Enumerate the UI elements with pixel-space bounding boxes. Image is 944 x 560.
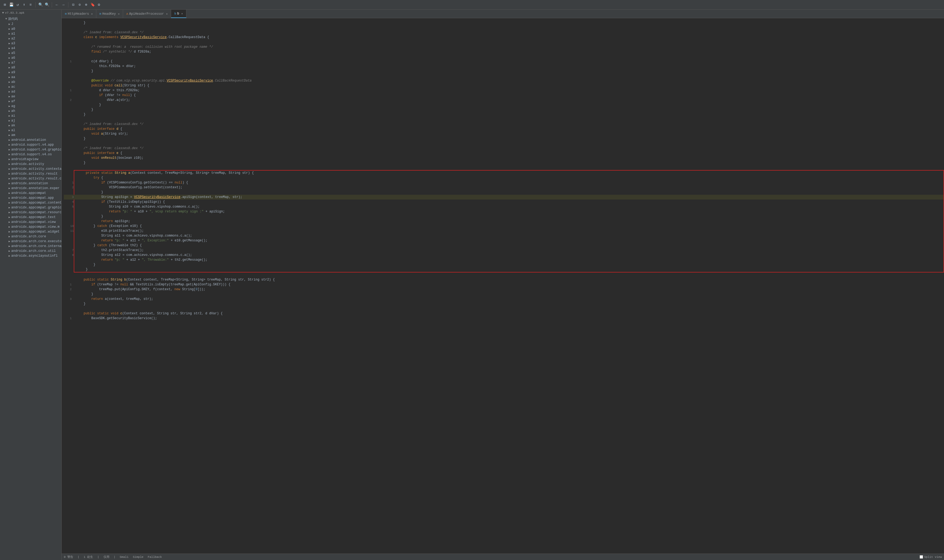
line-number (61, 54, 74, 59)
tab-b[interactable]: b b ✕ (171, 10, 186, 18)
sidebar-item-ag[interactable]: ▶ ag (0, 104, 61, 109)
toolbar-icon-open[interactable]: ⊞ (2, 2, 8, 8)
sidebar-item-androidx-arch-core-interna[interactable]: ▶ androidx.arch.core.interna (0, 244, 61, 249)
sidebar-item-ah[interactable]: ▶ ah (0, 109, 61, 114)
status-fallback[interactable]: Fallback (148, 555, 162, 558)
sidebar-item-am[interactable]: ▶ am (0, 133, 61, 138)
status-split-view-checkbox[interactable]: Split view (919, 555, 942, 558)
status-simple[interactable]: Simple (133, 555, 143, 558)
code-content: } /* loaded from: classes8.dex */ (61, 18, 944, 323)
sidebar-item-androidx-appcompat-content[interactable]: ▶ androidx.appcompat.content (0, 200, 61, 205)
toolbar-icon-forward[interactable]: → (61, 2, 66, 8)
sidebar-item-ai[interactable]: ▶ ai (0, 114, 61, 118)
sidebar-item-androidx-arch-core-executo[interactable]: ▶ androidx.arch.core.executo (0, 239, 61, 244)
sidebar-item-androidx-appcompat-app[interactable]: ▶ androidx.appcompat.app (0, 195, 61, 200)
sidebar-item-androidx-appcompat-resourc[interactable]: ▶ androidx.appcompat.resourc (0, 210, 61, 215)
sidebar-item-androidx-arch-core[interactable]: ▶ androidx.arch.core (0, 234, 61, 239)
sidebar-item-a2[interactable]: ▶ a2 (0, 36, 61, 41)
sidebar-item-ad[interactable]: ▶ ad (0, 89, 61, 94)
tab-close-HeadKey[interactable]: ✕ (118, 12, 120, 15)
sidebar-item-ac[interactable]: ▶ ac (0, 85, 61, 89)
sidebar-item-androidx-arch-core-util[interactable]: ▶ androidx.arch.core.util (0, 249, 61, 254)
sidebar-item-a1[interactable]: ▶ a1 (0, 31, 61, 36)
tab-close-b[interactable]: ✕ (181, 12, 183, 15)
sidebar-item-androidx-appcompat-view-m[interactable]: ▶ androidx.appcompat.view.m (0, 225, 61, 229)
toolbar-icon-search[interactable]: 🔍 (38, 2, 43, 8)
sidebar-item-a7[interactable]: ▶ a7 (0, 60, 61, 65)
sidebar-item-android-annotation[interactable]: ▶ android.annotation (0, 138, 61, 142)
line-number (64, 267, 76, 272)
toolbar-icon-menu[interactable]: ≡ (28, 2, 33, 8)
code-line: 10 } catch (Exception e10) { (74, 224, 944, 229)
toolbar-icon-bookmark[interactable]: 🔖 (90, 2, 95, 8)
tab-close-HttpHeaders[interactable]: ✕ (91, 12, 93, 15)
sidebar-item-a8[interactable]: ▶ a8 (0, 65, 61, 70)
sidebar-item-androidx-appcompat-widget[interactable]: ▶ androidx.appcompat.widget (0, 229, 61, 234)
sidebar-item-androidx-annotation-exper[interactable]: ▶ androidx.annotation.exper (0, 186, 61, 191)
sidebar-item-androidx-activity-result[interactable]: ▶ androidx.activity.result (0, 171, 61, 176)
sidebar-item-androidx-activity[interactable]: ▶ androidx.activity (0, 162, 61, 166)
status-smali[interactable]: Smali (120, 555, 128, 558)
sidebar-item-ak[interactable]: ▶ ak (0, 123, 61, 128)
sidebar-item-af[interactable]: ▶ af (0, 99, 61, 104)
code-text: String a12 = com.achievo.vipshop.commons… (76, 253, 944, 257)
sidebar-item-a9[interactable]: ▶ a9 (0, 70, 61, 75)
code-text: if (treeMap != null && TextUtils.isEmpty… (74, 282, 944, 287)
code-text: public static String b(Context context, … (74, 277, 944, 282)
sidebar-item-aj[interactable]: ▶ aj (0, 118, 61, 123)
toolbar-icon-circle[interactable]: ⊙ (77, 2, 82, 8)
code-text: } (74, 160, 944, 165)
code-line: } (61, 112, 944, 117)
code-line (61, 54, 944, 59)
line-number: 4 (64, 200, 76, 205)
sidebar-item-android-support-v4-app[interactable]: ▶ android.support.v4.app (0, 142, 61, 147)
sidebar-item-androidx-asynclayoutinfl[interactable]: ▶ androidx.asynclayoutinfl (0, 254, 61, 258)
sidebar-item-androidx-activity-contexta[interactable]: ▶ androidx.activity.contexta (0, 166, 61, 171)
sidebar-item-androidx-appcompat-text[interactable]: ▶ androidx.appcompat.text (0, 215, 61, 220)
toolbar-icon-settings[interactable]: ⚙ (96, 2, 101, 8)
code-text: } (74, 292, 944, 297)
line-number (61, 155, 74, 160)
sidebar-item-androidx-appcompat-view[interactable]: ▶ androidx.appcompat.view (0, 220, 61, 225)
sidebar-item-a0[interactable]: ▶ a0 (0, 26, 61, 31)
toolbar-icon-refresh[interactable]: ↺ (15, 2, 20, 8)
toolbar-icon-save[interactable]: 💾 (9, 2, 14, 8)
sidebar-item-a4[interactable]: ▶ a4 (0, 46, 61, 51)
toolbar-icon-back[interactable]: ← (54, 2, 60, 8)
toolbar-icon-upload[interactable]: ⬆ (22, 2, 27, 8)
code-line (61, 40, 944, 45)
line-number (61, 126, 74, 131)
code-line: public static void c(Context context, St… (61, 311, 944, 316)
toolbar-icon-grid[interactable]: ⊡ (71, 2, 76, 8)
sidebar-item-source[interactable]: ▼ 源代码 (0, 16, 61, 22)
sidebar-item-ae[interactable]: ▶ ae (0, 94, 61, 99)
toolbar-icon-add[interactable]: ⊕ (83, 2, 89, 8)
editor-area: H HttpHeaders ✕ H HeadKey ✕ A ApiHeaderP… (61, 10, 944, 560)
line-number (61, 292, 74, 297)
sidebar-item-androidx-annotation[interactable]: ▶ androidx.annotation (0, 181, 61, 186)
sidebar-item-al[interactable]: ▶ al (0, 128, 61, 133)
code-text (74, 40, 944, 45)
sidebar-item-a5[interactable]: ▶ a5 (0, 51, 61, 55)
code-text: treeMap.put(ApiConfig.SKEY, f(context, n… (74, 287, 944, 292)
sidebar-item-android-support-v4-graphic[interactable]: ▶ android.support.v4.graphic (0, 147, 61, 152)
sidebar-item-ab[interactable]: ▶ ab (0, 80, 61, 85)
sidebar-item-a6[interactable]: ▶ a6 (0, 55, 61, 60)
sidebar-item-J[interactable]: ▶ J (0, 22, 61, 26)
tab-ApiHeaderProcessor[interactable]: A ApiHeaderProcessor ✕ (123, 10, 171, 18)
sidebar-item-aa[interactable]: ▶ aa (0, 75, 61, 80)
sidebar-item-android-support-v4-os[interactable]: ▶ android.support.v4.os (0, 152, 61, 157)
sidebar-item-androidtagview[interactable]: ▶ androidtagview (0, 157, 61, 162)
sidebar-item-androidx-appcompat[interactable]: ▶ androidx.appcompat (0, 191, 61, 195)
sidebar-item-androidx-activity-result-c[interactable]: ▶ androidx.activity.result.c (0, 176, 61, 181)
sidebar-item-a3[interactable]: ▶ a3 (0, 41, 61, 46)
toolbar-icon-search2[interactable]: 🔍 (44, 2, 49, 8)
tab-close-ApiHeaderProcessor[interactable]: ✕ (166, 12, 168, 15)
sidebar-item-androidx-appcompat-graphic[interactable]: ▶ androidx.appcompat.graphic (0, 205, 61, 210)
tab-HeadKey[interactable]: H HeadKey ✕ (96, 10, 123, 18)
code-line: 1 BaseSDK.getSecurityBasicService(); (61, 316, 944, 321)
tab-HttpHeaders[interactable]: H HttpHeaders ✕ (61, 10, 96, 18)
split-view-toggle[interactable] (919, 555, 923, 558)
code-text: final /* synthetic */ d f2020a; (74, 49, 944, 54)
code-editor[interactable]: } /* loaded from: classes8.dex */ (61, 18, 944, 554)
